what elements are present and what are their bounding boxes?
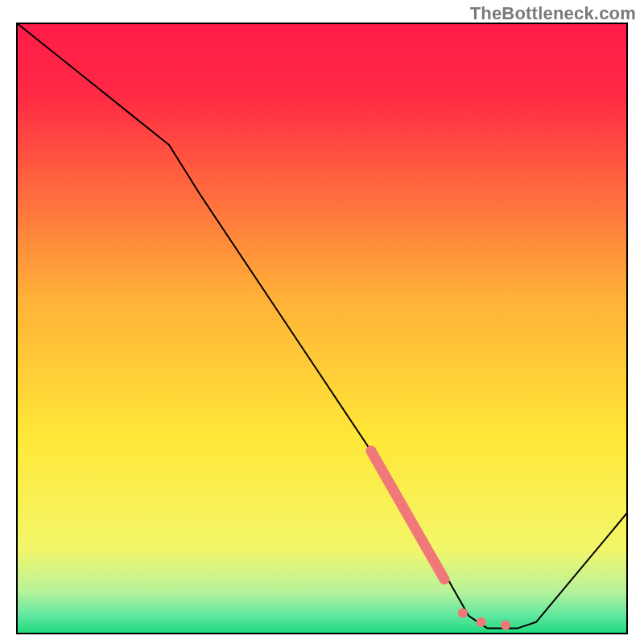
chart-svg [16, 23, 628, 634]
marker-dot-2 [477, 617, 486, 627]
plot-area [16, 23, 628, 634]
marker-dot-3 [501, 621, 510, 630]
chart-container: TheBottleneck.com [0, 0, 644, 644]
gradient-background [16, 23, 628, 634]
watermark-text: TheBottleneck.com [470, 3, 636, 24]
marker-dot-1 [458, 608, 468, 617]
